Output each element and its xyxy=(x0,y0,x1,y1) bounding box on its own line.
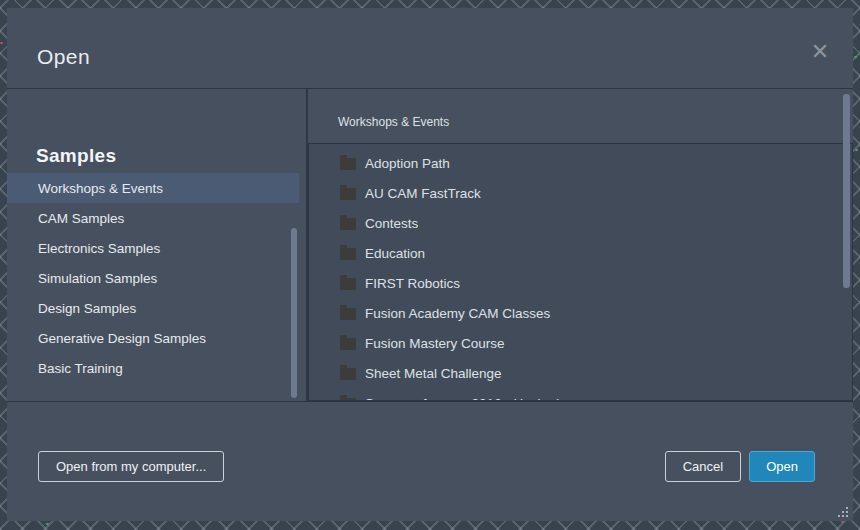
resize-grip-dots xyxy=(838,507,840,509)
sidebar-item-label: Generative Design Samples xyxy=(38,331,206,346)
folder-list-item[interactable]: Fusion Mastery Course xyxy=(309,328,852,358)
folder-icon xyxy=(340,158,356,170)
close-icon[interactable]: ✕ xyxy=(804,36,836,68)
folder-item-label: Adoption Path xyxy=(365,156,450,171)
app-background: { "dialog": { "title": "Open" }, "icons"… xyxy=(0,0,860,530)
sidebar-item[interactable]: Design Samples xyxy=(7,293,299,323)
background-speck xyxy=(855,149,858,151)
folder-icon xyxy=(340,218,356,230)
background-speck xyxy=(0,42,3,44)
sidebar-item-label: Workshops & Events xyxy=(38,181,163,196)
sidebar-item[interactable]: Basic Training xyxy=(7,353,299,383)
background-speck xyxy=(854,56,857,58)
folder-panel-header: Workshops & Events xyxy=(338,115,449,129)
folder-icon xyxy=(340,278,356,290)
folder-list-item[interactable]: Superconference 2016 - Hackaday xyxy=(309,388,852,401)
sidebar-item-label: CAM Samples xyxy=(38,211,124,226)
folder-icon xyxy=(340,188,356,200)
folder-list-item[interactable]: Fusion Academy CAM Classes xyxy=(309,298,852,328)
folder-list-item[interactable]: Education xyxy=(309,238,852,268)
folder-item-label: Fusion Mastery Course xyxy=(365,336,505,351)
folder-item-label: FIRST Robotics xyxy=(365,276,460,291)
sidebar-item[interactable]: Workshops & Events xyxy=(7,173,299,203)
folder-item-label: Fusion Academy CAM Classes xyxy=(365,306,550,321)
folder-list-scrollbar-thumb[interactable] xyxy=(843,94,850,288)
folder-item-label: Education xyxy=(365,246,425,261)
sidebar-item-label: Design Samples xyxy=(38,301,136,316)
sidebar-item[interactable]: Generative Design Samples xyxy=(7,323,299,353)
folder-item-label: AU CAM FastTrack xyxy=(365,186,481,201)
sidebar-scrollbar-thumb[interactable] xyxy=(291,228,297,398)
folder-list-item[interactable]: Sheet Metal Challenge xyxy=(309,358,852,388)
open-button[interactable]: Open xyxy=(749,451,815,482)
folder-icon xyxy=(340,368,356,380)
dialog-footer: Open from my computer... Cancel Open xyxy=(7,401,853,521)
sidebar-item[interactable]: CAM Samples xyxy=(7,203,299,233)
folder-list-item[interactable]: Contests xyxy=(309,208,852,238)
background-speck xyxy=(841,521,844,523)
cancel-button[interactable]: Cancel xyxy=(665,451,741,482)
sidebar-item-label: Simulation Samples xyxy=(38,271,157,286)
dialog-title: Open xyxy=(37,45,90,69)
folder-list-item[interactable]: FIRST Robotics xyxy=(309,268,852,298)
sidebar-item[interactable]: Electronics Samples xyxy=(7,233,299,263)
sidebar-item-list: Workshops & Events CAM Samples Electroni… xyxy=(7,173,299,383)
dialog-body: Samples Workshops & Events CAM Samples E… xyxy=(7,89,853,401)
folder-icon xyxy=(340,338,356,350)
folder-list-item[interactable]: Adoption Path xyxy=(309,148,852,178)
open-dialog: Open ✕ Samples Workshops & Events CAM Sa… xyxy=(7,8,853,521)
sidebar-item[interactable]: Simulation Samples xyxy=(7,263,299,293)
sidebar-title: Samples xyxy=(36,145,116,167)
background-speck xyxy=(46,523,49,525)
folder-item-label: Sheet Metal Challenge xyxy=(365,366,502,381)
footer-button-row: Open from my computer... Cancel Open xyxy=(38,451,815,482)
folder-icon xyxy=(340,308,356,320)
sidebar-item-label: Basic Training xyxy=(38,361,123,376)
samples-sidebar: Samples Workshops & Events CAM Samples E… xyxy=(7,89,306,401)
folder-icon xyxy=(340,248,356,260)
resize-grip-icon[interactable] xyxy=(838,507,849,518)
dialog-header: Open ✕ xyxy=(7,8,853,89)
folder-item-label: Contests xyxy=(365,216,418,231)
open-from-computer-button[interactable]: Open from my computer... xyxy=(38,451,224,482)
folder-list-item[interactable]: AU CAM FastTrack xyxy=(309,178,852,208)
sidebar-item-label: Electronics Samples xyxy=(38,241,160,256)
folder-list: Adoption Path AU CAM FastTrack Contests … xyxy=(308,143,853,401)
